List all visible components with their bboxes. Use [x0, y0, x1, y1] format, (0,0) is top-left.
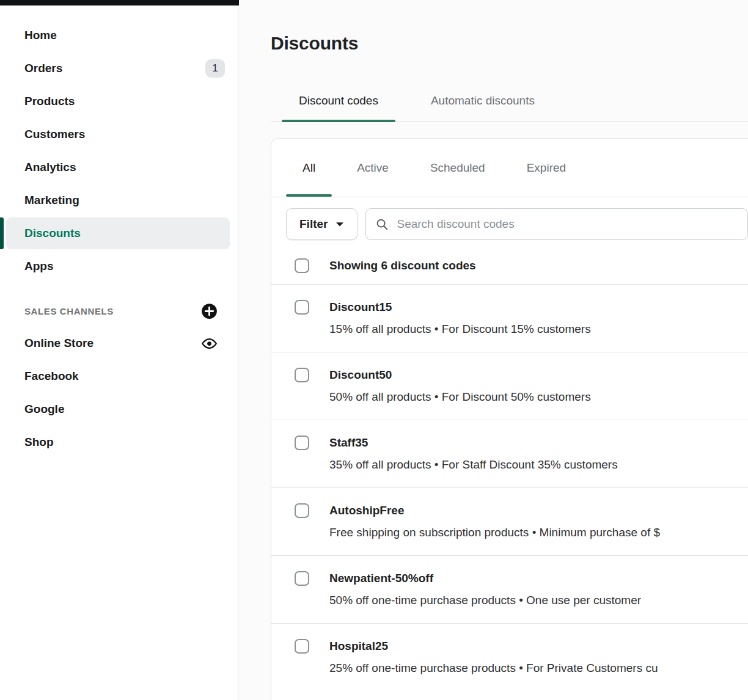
top-bar-remnant	[0, 0, 239, 5]
app-window: Home Orders 1 Products Customers Analyti…	[0, 0, 748, 700]
discount-name: AutoshipFree	[329, 503, 660, 518]
page-title: Discounts	[271, 33, 748, 54]
sidebar-item-label: Discounts	[24, 227, 81, 240]
filter-toolbar: Filter	[271, 197, 748, 250]
sidebar-item-marketing[interactable]: Marketing	[6, 184, 230, 216]
discount-type-tabs: Discount codes Automatic discounts	[271, 94, 748, 122]
sidebar-item-products[interactable]: Products	[6, 86, 230, 117]
table-row[interactable]: Hospital25 25% off one-time purchase pro…	[271, 623, 748, 691]
sales-channels-title: SALES CHANNELS	[24, 306, 114, 316]
row-checkbox[interactable]	[295, 639, 309, 654]
table-row[interactable]: Discount15 15% off all products • For Di…	[271, 284, 748, 352]
sidebar-item-label: Marketing	[24, 194, 79, 207]
eye-icon	[201, 335, 218, 352]
discount-name: Discount50	[329, 368, 591, 382]
row-checkbox[interactable]	[295, 368, 309, 382]
discount-name: Hospital25	[329, 639, 658, 654]
discount-name: Newpatient-50%off	[329, 571, 641, 586]
sidebar-item-analytics[interactable]: Analytics	[6, 151, 230, 183]
channel-item-label: Shop	[24, 436, 54, 449]
main-nav: Home Orders 1 Products Customers Analyti…	[0, 20, 238, 282]
tab-active[interactable]: Active	[340, 139, 405, 197]
table-row[interactable]: Discount50 50% off all products • For Di…	[271, 352, 748, 420]
sidebar-item-label: Orders	[24, 62, 62, 75]
sidebar-item-google[interactable]: Google	[6, 393, 230, 425]
discount-list: Discount15 15% off all products • For Di…	[271, 284, 748, 691]
discount-description: 25% off one-time purchase products • For…	[329, 661, 658, 676]
orders-count-badge: 1	[205, 59, 225, 78]
row-content: Newpatient-50%off 50% off one-time purch…	[329, 571, 641, 608]
sidebar-item-customers[interactable]: Customers	[6, 118, 230, 150]
discount-description: Free shipping on subscription products •…	[329, 525, 660, 540]
row-content: Discount50 50% off all products • For Di…	[329, 368, 591, 404]
row-checkbox[interactable]	[295, 436, 309, 450]
sidebar-item-label: Home	[24, 29, 57, 42]
discount-description: 15% off all products • For Discount 15% …	[329, 322, 591, 337]
sidebar-item-label: Products	[24, 95, 75, 108]
tab-automatic-discounts[interactable]: Automatic discounts	[414, 94, 552, 121]
status-filter-tabs: All Active Scheduled Expired	[271, 139, 748, 197]
filter-button[interactable]: Filter	[286, 208, 358, 240]
search-icon	[375, 217, 389, 231]
table-row[interactable]: AutoshipFree Free shipping on subscripti…	[271, 487, 748, 555]
channel-item-label: Online Store	[24, 337, 94, 350]
tab-discount-codes[interactable]: Discount codes	[282, 94, 395, 121]
filter-button-label: Filter	[299, 217, 328, 231]
table-row[interactable]: Newpatient-50%off 50% off one-time purch…	[271, 555, 748, 623]
sidebar-item-orders[interactable]: Orders 1	[6, 53, 230, 84]
sidebar-item-apps[interactable]: Apps	[6, 250, 230, 282]
sidebar-item-home[interactable]: Home	[6, 20, 230, 51]
tab-scheduled[interactable]: Scheduled	[414, 139, 502, 197]
discount-description: 50% off all products • For Discount 50% …	[329, 390, 591, 404]
discount-description: 35% off all products • For Staff Discoun…	[329, 458, 618, 472]
main-content: Discounts Discount codes Automatic disco…	[238, 0, 748, 700]
chevron-down-icon	[336, 222, 344, 227]
sidebar-item-discounts[interactable]: Discounts	[6, 217, 230, 249]
row-checkbox[interactable]	[295, 571, 309, 586]
discounts-card: All Active Scheduled Expired Filter	[271, 138, 748, 700]
tab-expired[interactable]: Expired	[510, 139, 582, 197]
sidebar-item-label: Analytics	[24, 161, 76, 174]
search-input[interactable]	[395, 217, 738, 232]
table-row[interactable]: Staff35 35% off all products • For Staff…	[271, 420, 748, 487]
plus-circle-icon	[201, 303, 218, 319]
summary-text: Showing 6 discount codes	[329, 259, 476, 272]
row-content: AutoshipFree Free shipping on subscripti…	[329, 503, 660, 540]
sidebar-item-label: Apps	[24, 260, 54, 273]
sidebar-item-shop[interactable]: Shop	[6, 426, 230, 458]
preview-online-store-button[interactable]	[201, 335, 218, 352]
sidebar: Home Orders 1 Products Customers Analyti…	[0, 0, 238, 700]
sidebar-item-label: Customers	[24, 128, 85, 141]
select-all-checkbox[interactable]	[295, 258, 309, 273]
row-content: Staff35 35% off all products • For Staff…	[329, 436, 618, 472]
row-content: Hospital25 25% off one-time purchase pro…	[329, 639, 658, 676]
search-box[interactable]	[365, 208, 748, 240]
row-content: Discount15 15% off all products • For Di…	[329, 300, 591, 337]
row-checkbox[interactable]	[295, 300, 309, 315]
channel-item-label: Google	[24, 403, 64, 416]
discount-name: Staff35	[329, 436, 618, 450]
sidebar-item-online-store[interactable]: Online Store	[6, 327, 230, 359]
discount-name: Discount15	[329, 300, 591, 315]
row-checkbox[interactable]	[295, 503, 309, 518]
sidebar-item-facebook[interactable]: Facebook	[6, 360, 230, 392]
summary-row: Showing 6 discount codes	[271, 250, 748, 284]
channel-item-label: Facebook	[24, 370, 79, 383]
add-sales-channel-button[interactable]	[201, 303, 218, 319]
sales-channels-header: SALES CHANNELS	[6, 302, 230, 320]
sales-channels-section: SALES CHANNELS Online Store	[0, 302, 238, 458]
discount-description: 50% off one-time purchase products • One…	[329, 593, 641, 608]
tab-all[interactable]: All	[286, 139, 332, 197]
